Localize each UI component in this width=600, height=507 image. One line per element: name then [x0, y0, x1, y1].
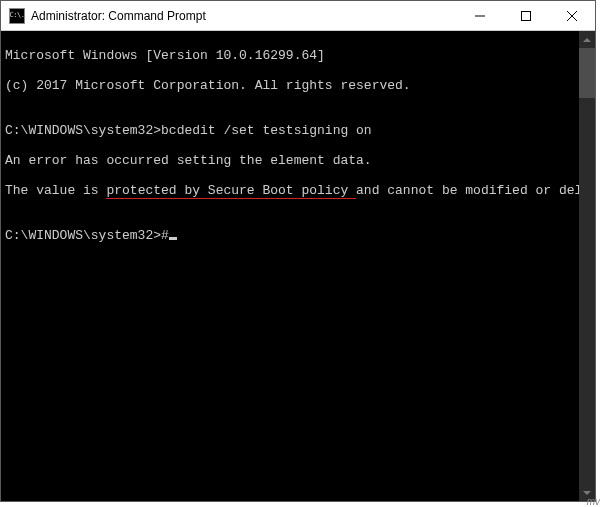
svg-rect-1	[522, 11, 531, 20]
text-cursor	[169, 237, 177, 240]
chevron-down-icon	[583, 491, 591, 495]
underline-annotation	[106, 198, 356, 200]
command-text: #	[161, 228, 169, 243]
console-output: Microsoft Windows [Version 10.0.16299.64…	[1, 31, 595, 275]
chevron-up-icon	[583, 38, 591, 42]
error-line-1: An error has occurred setting the elemen…	[5, 153, 591, 168]
console-area[interactable]: Microsoft Windows [Version 10.0.16299.64…	[1, 31, 595, 501]
watermark-text: mv	[587, 496, 600, 507]
prompt-path: C:\WINDOWS\system32>	[5, 228, 161, 243]
svg-marker-5	[583, 491, 591, 495]
command-line-2: C:\WINDOWS\system32>#	[5, 228, 591, 243]
error-line-2: The value is protected by Secure Boot po…	[5, 183, 591, 198]
highlighted-text: protected by Secure Boot policy	[106, 183, 356, 198]
minimize-button[interactable]	[457, 1, 503, 30]
command-prompt-window: C:\. Administrator: Command Prompt Micro…	[0, 0, 596, 502]
svg-marker-4	[583, 38, 591, 42]
close-button[interactable]	[549, 1, 595, 30]
cmd-icon-text: C:\.	[10, 12, 25, 19]
window-title: Administrator: Command Prompt	[31, 9, 457, 23]
cmd-icon: C:\.	[9, 8, 25, 24]
close-icon	[567, 11, 577, 21]
maximize-button[interactable]	[503, 1, 549, 30]
error-text-c: and cannot be modified or deleted.	[356, 183, 595, 198]
prompt-path: C:\WINDOWS\system32>	[5, 123, 161, 138]
command-line-1: C:\WINDOWS\system32>bcdedit /set testsig…	[5, 123, 591, 138]
error-text-a: The value is	[5, 183, 106, 198]
maximize-icon	[521, 11, 531, 21]
command-text: bcdedit /set testsigning on	[161, 123, 372, 138]
error-text-b: protected by Secure Boot policy	[106, 183, 356, 198]
minimize-icon	[475, 11, 485, 21]
titlebar[interactable]: C:\. Administrator: Command Prompt	[1, 1, 595, 31]
window-controls	[457, 1, 595, 30]
scroll-up-button[interactable]	[579, 31, 595, 48]
scrollbar-thumb[interactable]	[579, 48, 595, 98]
version-line: Microsoft Windows [Version 10.0.16299.64…	[5, 48, 591, 63]
vertical-scrollbar[interactable]	[579, 31, 595, 501]
copyright-line: (c) 2017 Microsoft Corporation. All righ…	[5, 78, 591, 93]
